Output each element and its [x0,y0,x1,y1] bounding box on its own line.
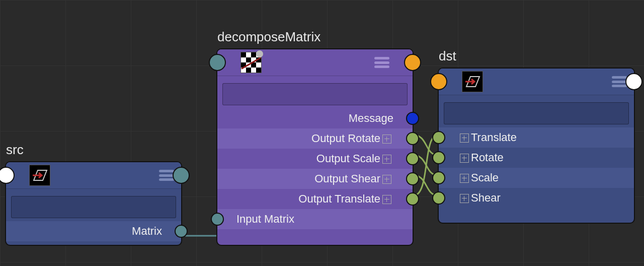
attr-row-output-shear[interactable]: Output Shear [217,169,413,189]
header-port-out[interactable] [404,54,421,71]
header-port-in[interactable] [209,54,226,71]
attr-label: Message [222,112,408,125]
expand-icon[interactable] [460,134,469,143]
output-port-message[interactable] [406,112,419,125]
transform-icon [29,165,50,186]
header-port-in[interactable] [430,73,447,90]
attr-row-rotate[interactable]: Rotate [439,148,634,168]
attr-row-shear[interactable]: Shear [439,188,634,208]
hamburger-icon[interactable] [374,57,389,68]
hamburger-icon[interactable] [612,76,627,87]
input-port-scale[interactable] [432,171,445,184]
input-port-rotate[interactable] [432,151,445,164]
output-port-scale[interactable] [406,152,419,165]
attr-row-output-rotate[interactable]: Output Rotate [217,128,413,149]
node-title: decomposeMatrix [217,29,320,45]
expand-icon[interactable] [382,135,391,144]
input-port-matrix[interactable] [211,213,224,226]
expand-icon[interactable] [382,175,391,184]
attr-label: Output Translate [298,192,380,205]
node-decompose-matrix[interactable]: decomposeMatrix Message Output Rotate Ou… [216,48,414,246]
expand-icon[interactable] [460,154,469,163]
decompose-icon [240,52,262,73]
node-dst[interactable]: dst Translate Rotate Scale Shear [438,68,635,224]
expand-icon[interactable] [382,195,391,204]
node-title: dst [439,48,456,64]
input-port-translate[interactable] [432,131,445,144]
input-port-shear[interactable] [432,191,445,205]
attr-label: Output Scale [316,152,380,165]
node-name-field[interactable] [444,102,629,124]
attr-row-output-translate[interactable]: Output Translate [217,189,413,209]
attr-label: Input Matrix [222,213,408,226]
attr-label: Output Shear [314,172,380,185]
node-name-field[interactable] [11,196,176,218]
attr-label: Scale [471,171,499,184]
attr-row-translate[interactable]: Translate [439,127,634,148]
node-name-field[interactable] [222,83,408,105]
header-port-in[interactable] [0,167,15,184]
attr-label: Rotate [471,151,504,164]
header-port-out[interactable] [173,167,190,184]
attr-label: Shear [471,191,501,204]
expand-icon[interactable] [382,155,391,164]
node-src[interactable]: src Matrix [5,161,182,246]
expand-icon[interactable] [460,174,469,183]
attr-row-matrix[interactable]: Matrix [6,221,181,241]
hamburger-icon[interactable] [159,170,174,181]
attr-row-message[interactable]: Message [217,108,413,128]
expand-icon[interactable] [460,194,469,203]
node-header[interactable] [439,69,634,95]
node-title: src [6,142,24,158]
attr-row-scale[interactable]: Scale [439,168,634,188]
attr-row-input-matrix[interactable]: Input Matrix [217,209,413,229]
attr-row-output-scale[interactable]: Output Scale [217,149,413,169]
attr-label: Output Rotate [311,132,380,145]
output-port-translate[interactable] [406,192,419,206]
transform-icon [462,71,483,92]
attr-label: Matrix [11,225,176,238]
header-port-out[interactable] [625,73,642,90]
output-port-shear[interactable] [406,172,419,185]
node-header[interactable] [6,162,181,189]
output-port-rotate[interactable] [406,132,419,145]
node-header[interactable] [217,49,413,76]
attr-label: Translate [471,131,517,144]
output-port-matrix[interactable] [175,225,188,238]
